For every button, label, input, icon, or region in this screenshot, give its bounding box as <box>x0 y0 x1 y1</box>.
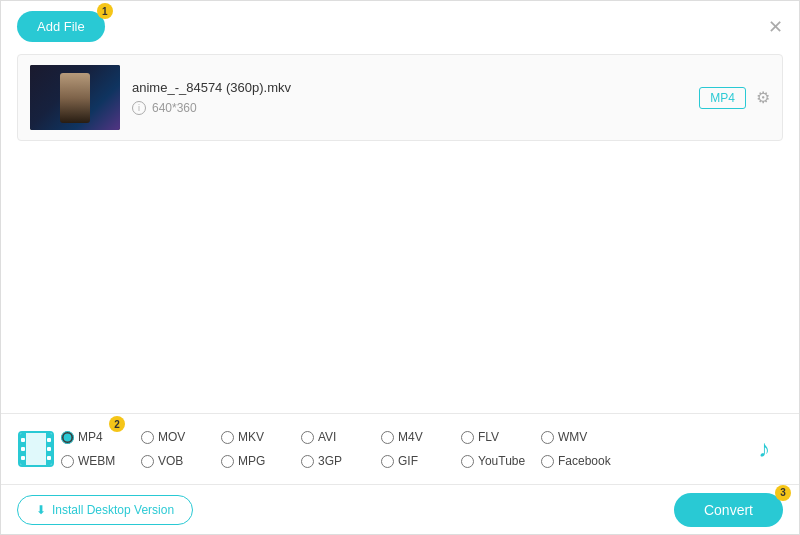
info-icon: i <box>132 101 146 115</box>
sprocket-hole <box>47 456 51 460</box>
radio-webm[interactable] <box>61 455 74 468</box>
thumbnail <box>30 65 120 130</box>
header: Add File 1 ✕ <box>1 1 799 48</box>
install-button[interactable]: ⬇ Install Desktop Version <box>17 495 193 525</box>
radio-mp4[interactable] <box>61 431 74 444</box>
radio-option-mov[interactable]: MOV <box>141 430 221 444</box>
film-middle <box>26 433 46 465</box>
sprocket-hole <box>47 447 51 451</box>
close-button[interactable]: ✕ <box>768 18 783 36</box>
content-area <box>1 147 799 342</box>
radio-option-flv[interactable]: FLV <box>461 430 541 444</box>
radio-option-webm[interactable]: WEBM <box>61 454 141 468</box>
radio-vob[interactable] <box>141 455 154 468</box>
radio-option-youtube[interactable]: YouTube <box>461 454 541 468</box>
radio-option-gif[interactable]: GIF <box>381 454 461 468</box>
file-name: anime_-_84574 (360p).mkv <box>132 80 687 95</box>
radio-option-avi[interactable]: AVI <box>301 430 381 444</box>
radio-option-vob[interactable]: VOB <box>141 454 221 468</box>
file-list: anime_-_84574 (360p).mkv i 640*360 MP4 ⚙ <box>17 54 783 141</box>
film-icon <box>18 431 54 467</box>
convert-label: Convert <box>704 502 753 518</box>
file-meta: i 640*360 <box>132 101 687 115</box>
radio-mov[interactable] <box>141 431 154 444</box>
music-icon: ♪ <box>758 435 770 463</box>
radio-option-mkv[interactable]: MKV <box>221 430 301 444</box>
format-label-facebook: Facebook <box>558 454 611 468</box>
music-icon-wrap: ♪ <box>739 414 789 484</box>
radio-option-facebook[interactable]: Facebook <box>541 454 621 468</box>
badge-2: 2 <box>109 416 125 432</box>
file-actions: MP4 ⚙ <box>699 87 770 109</box>
convert-button[interactable]: Convert 3 <box>674 493 783 527</box>
file-item: anime_-_84574 (360p).mkv i 640*360 MP4 ⚙ <box>18 55 782 140</box>
add-file-label: Add File <box>37 19 85 34</box>
format-label-mp4: MP4 <box>78 430 103 444</box>
radio-option-mpg[interactable]: MPG <box>221 454 301 468</box>
format-row-1: MP4MOVMKVAVIM4VFLVWMV <box>61 425 739 449</box>
radio-flv[interactable] <box>461 431 474 444</box>
format-row-2: WEBMVOBMPG3GPGIFYouTubeFacebook <box>61 449 739 473</box>
format-label-m4v: M4V <box>398 430 423 444</box>
radio-avi[interactable] <box>301 431 314 444</box>
radio-option-mp4[interactable]: MP4 <box>61 430 141 444</box>
thumbnail-inner <box>30 65 120 130</box>
radio-option-3gp[interactable]: 3GP <box>301 454 381 468</box>
format-bar: 2 MP4MOVMKVAVIM4VFLVWMV WEBMVOB <box>1 413 799 484</box>
format-label-mov: MOV <box>158 430 185 444</box>
radio-gif[interactable] <box>381 455 394 468</box>
format-options: MP4MOVMKVAVIM4VFLVWMV WEBMVOBMPG3GPGIFYo… <box>61 419 739 479</box>
radio-wmv[interactable] <box>541 431 554 444</box>
download-icon: ⬇ <box>36 503 46 517</box>
radio-mpg[interactable] <box>221 455 234 468</box>
radio-option-wmv[interactable]: WMV <box>541 430 621 444</box>
format-label-mpg: MPG <box>238 454 265 468</box>
format-badge[interactable]: MP4 <box>699 87 746 109</box>
radio-mkv[interactable] <box>221 431 234 444</box>
sprocket-hole <box>21 447 25 451</box>
thumbnail-figure <box>60 73 90 123</box>
radio-m4v[interactable] <box>381 431 394 444</box>
format-label-mkv: MKV <box>238 430 264 444</box>
format-label-gif: GIF <box>398 454 418 468</box>
sprocket-hole <box>21 438 25 442</box>
badge-1: 1 <box>97 3 113 19</box>
radio-youtube[interactable] <box>461 455 474 468</box>
radio-option-m4v[interactable]: M4V <box>381 430 461 444</box>
format-label-avi: AVI <box>318 430 336 444</box>
sprocket-hole <box>21 456 25 460</box>
radio-facebook[interactable] <box>541 455 554 468</box>
file-resolution: 640*360 <box>152 101 197 115</box>
radio-3gp[interactable] <box>301 455 314 468</box>
format-label-webm: WEBM <box>78 454 115 468</box>
film-sprocket-right <box>46 433 52 465</box>
file-info: anime_-_84574 (360p).mkv i 640*360 <box>132 80 687 115</box>
install-label: Install Desktop Version <box>52 503 174 517</box>
format-label-wmv: WMV <box>558 430 587 444</box>
add-file-button[interactable]: Add File 1 <box>17 11 105 42</box>
footer: ⬇ Install Desktop Version Convert 3 <box>1 484 799 534</box>
format-label-youtube: YouTube <box>478 454 525 468</box>
format-label-flv: FLV <box>478 430 499 444</box>
format-label-3gp: 3GP <box>318 454 342 468</box>
format-label-vob: VOB <box>158 454 183 468</box>
sprocket-hole <box>47 438 51 442</box>
badge-3: 3 <box>775 485 791 501</box>
film-icon-wrap <box>11 414 61 484</box>
settings-button[interactable]: ⚙ <box>756 88 770 107</box>
